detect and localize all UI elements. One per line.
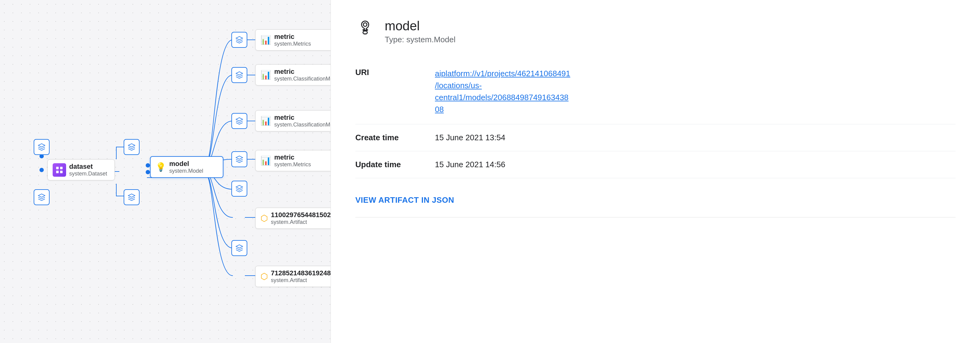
detail-table: URI aiplatform://v1/projects/46214106849… (355, 59, 956, 178)
update-time-value: 15 June 2021 14:56 (435, 151, 956, 178)
create-time-label: Create time (355, 124, 435, 151)
svg-point-6 (146, 170, 150, 174)
create-time-row: Create time 15 June 2021 13:54 (355, 124, 956, 151)
uri-row: URI aiplatform://v1/projects/46214106849… (355, 59, 956, 124)
model-title: model (385, 18, 455, 34)
dataset-icon (52, 163, 66, 177)
small-cube-r5[interactable] (231, 181, 247, 196)
svg-rect-8 (60, 167, 62, 169)
uri-link[interactable]: aiplatform://v1/projects/462141068491/lo… (435, 69, 570, 114)
small-cube-r3[interactable] (231, 113, 247, 129)
detail-panel: model Type: system.Model URI aiplatform:… (331, 0, 980, 343)
small-cube-r4[interactable] (231, 151, 247, 167)
detail-title-area: model Type: system.Model (385, 18, 455, 45)
svg-rect-9 (56, 171, 59, 173)
small-cube-top-left[interactable] (124, 139, 140, 155)
svg-rect-10 (60, 171, 62, 173)
svg-point-4 (40, 168, 44, 172)
model-icon (355, 18, 375, 38)
small-cube-left-top[interactable] (33, 139, 49, 155)
uri-label: URI (355, 59, 435, 124)
graph-canvas: dataset system.Dataset 💡 model system.Mo… (0, 0, 331, 343)
update-time-label: Update time (355, 151, 435, 178)
small-cube-r2[interactable] (231, 67, 247, 83)
panel-divider (355, 217, 956, 217)
detail-header: model Type: system.Model (355, 18, 956, 45)
svg-point-11 (363, 23, 367, 27)
small-cube-r1[interactable] (231, 32, 247, 48)
small-cube-r6[interactable] (231, 240, 247, 256)
dataset-node[interactable]: dataset system.Dataset (48, 159, 115, 180)
view-json-button[interactable]: VIEW ARTIFACT IN JSON (355, 195, 454, 205)
svg-rect-7 (56, 167, 59, 169)
create-time-value: 15 June 2021 13:54 (435, 124, 956, 151)
svg-point-5 (146, 163, 150, 168)
model-subtitle: Type: system.Model (385, 35, 455, 45)
small-cube-bottom-left[interactable] (124, 189, 140, 205)
update-time-row: Update time 15 June 2021 14:56 (355, 151, 956, 178)
model-node[interactable]: 💡 model system.Model (150, 156, 223, 178)
small-cube-left-bottom[interactable] (33, 189, 49, 205)
uri-value: aiplatform://v1/projects/462141068491/lo… (435, 59, 956, 124)
